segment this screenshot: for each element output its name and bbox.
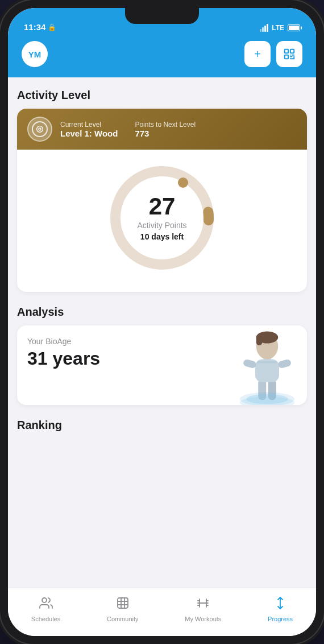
community-icon xyxy=(116,596,130,613)
status-time: 11:34 🔒 xyxy=(24,22,56,32)
status-icons: LTE xyxy=(260,24,300,32)
svg-point-8 xyxy=(37,126,43,133)
nav-item-schedules[interactable]: Schedules xyxy=(24,594,67,625)
avatar[interactable]: YM xyxy=(22,41,48,67)
activity-level-section: Activity Level xyxy=(17,89,307,292)
points-label: Points to Next Level xyxy=(135,121,196,129)
points-group: Points to Next Level 773 xyxy=(135,121,196,138)
bioage-value: 31 years xyxy=(27,348,297,369)
lock-icon: 🔒 xyxy=(48,23,56,31)
lte-label: LTE xyxy=(272,24,284,32)
activity-ring: 27 Activity Points 10 days left xyxy=(105,161,219,275)
current-level-label: Current Level xyxy=(60,121,118,129)
progress-icon xyxy=(273,596,287,613)
header-actions: + xyxy=(244,41,302,67)
community-label: Community xyxy=(107,616,139,622)
svg-rect-26 xyxy=(118,598,128,608)
current-level-group: Current Level Level 1: Wood xyxy=(60,121,118,138)
qr-icon xyxy=(283,48,296,60)
time-display: 11:34 xyxy=(24,22,45,32)
bottom-navigation: Schedules Community xyxy=(8,588,316,636)
svg-point-25 xyxy=(42,598,47,602)
signal-icon xyxy=(260,24,268,32)
add-button[interactable]: + xyxy=(244,41,271,67)
ranking-title: Ranking xyxy=(17,419,307,432)
analysis-card[interactable]: Your BioAge 31 years xyxy=(17,325,307,405)
svg-point-24 xyxy=(240,392,294,405)
wood-icon xyxy=(35,125,44,134)
nav-item-progress[interactable]: Progress xyxy=(261,594,300,625)
points-value: 773 xyxy=(135,129,196,138)
ring-number: 27 xyxy=(137,195,186,218)
battery-icon xyxy=(288,24,300,31)
main-content: Activity Level xyxy=(8,77,316,588)
activity-level-title: Activity Level xyxy=(17,89,307,102)
svg-rect-0 xyxy=(285,49,288,53)
workouts-icon xyxy=(196,596,210,613)
ring-label: Activity Points xyxy=(137,221,186,230)
activity-card: Current Level Level 1: Wood Points to Ne… xyxy=(17,109,307,292)
phone-screen: 11:34 🔒 LTE xyxy=(8,8,316,636)
bioage-label: Your BioAge xyxy=(27,337,297,346)
ranking-section: Ranking xyxy=(17,419,307,432)
workouts-label: My Workouts xyxy=(185,616,221,622)
nav-item-community[interactable]: Community xyxy=(100,594,146,625)
schedules-label: Schedules xyxy=(31,616,60,622)
analysis-title: Analysis xyxy=(17,306,307,319)
notch xyxy=(125,8,199,24)
ring-dot xyxy=(178,177,188,188)
svg-rect-1 xyxy=(290,49,294,53)
level-info: Current Level Level 1: Wood Points to Ne… xyxy=(60,121,196,138)
svg-point-9 xyxy=(39,128,41,130)
analysis-content: Your BioAge 31 years xyxy=(17,325,307,381)
avatar-initials: YM xyxy=(28,49,41,59)
ring-center: 27 Activity Points 10 days left xyxy=(137,195,186,241)
analysis-section: Analysis Your BioAge 31 years xyxy=(17,306,307,405)
ring-days-left: 10 days left xyxy=(137,232,186,241)
level-icon-inner xyxy=(32,121,48,137)
phone-frame: 11:34 🔒 LTE xyxy=(0,0,324,644)
scan-button[interactable] xyxy=(276,41,302,67)
progress-label: Progress xyxy=(268,616,293,622)
app-header: YM + xyxy=(8,35,316,77)
level-icon xyxy=(27,117,52,142)
nav-item-my-workouts[interactable]: My Workouts xyxy=(178,594,228,625)
current-level-value: Level 1: Wood xyxy=(60,129,118,138)
ring-section: 27 Activity Points 10 days left xyxy=(17,150,307,292)
schedules-icon xyxy=(39,596,53,613)
svg-rect-2 xyxy=(285,55,288,59)
activity-header: Current Level Level 1: Wood Points to Ne… xyxy=(17,109,307,150)
